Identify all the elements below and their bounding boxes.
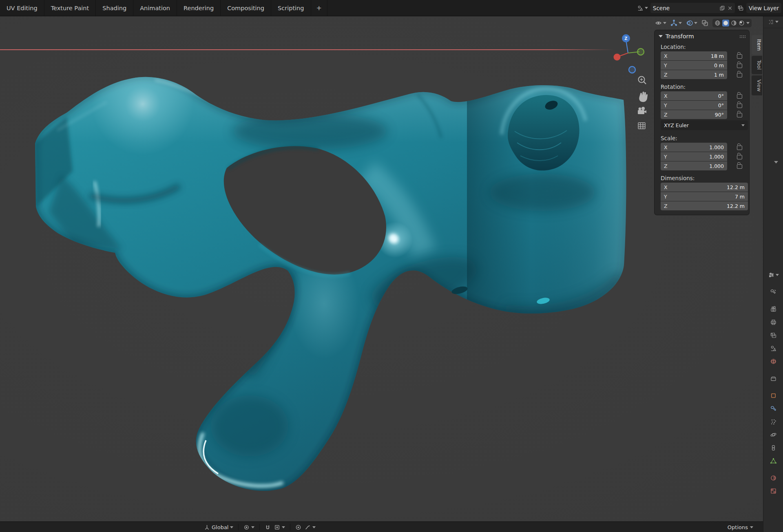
axis-value: 0° <box>718 93 724 99</box>
properties-editor-type-button[interactable] <box>767 269 781 280</box>
scale-z-field[interactable]: Z 1.000 <box>661 161 727 170</box>
properties-editor-icon <box>768 272 775 278</box>
chevron-down-icon <box>694 22 697 24</box>
sidebar-tab-item[interactable]: Item <box>752 35 762 55</box>
lock-rotation-z-icon[interactable] <box>737 113 742 117</box>
lock-location-x-icon[interactable] <box>737 54 742 59</box>
lock-rotation-x-icon[interactable] <box>737 94 742 99</box>
properties-tab-constraints[interactable] <box>767 442 781 453</box>
dimensions-z-field[interactable]: Z 12.2 m <box>661 201 748 210</box>
workspace-tab-uv-editing[interactable]: UV Editing <box>0 0 44 16</box>
add-workspace-button[interactable]: + <box>311 0 327 16</box>
shading-rendered-button[interactable] <box>739 20 745 26</box>
lock-rotation-y-icon[interactable] <box>737 104 742 108</box>
properties-tab-object[interactable] <box>767 390 781 401</box>
rotation-z-field[interactable]: Z 90° <box>661 110 727 119</box>
dimensions-y-field[interactable]: Y 7 m <box>661 192 748 201</box>
properties-tab-column <box>763 269 783 499</box>
rotation-y-field[interactable]: Y 0° <box>661 101 727 110</box>
wireframe-shading-icon <box>714 20 721 26</box>
snap-toggle[interactable] <box>265 524 271 530</box>
gizmo-y-axis-ball[interactable] <box>637 49 644 55</box>
properties-tab-material[interactable] <box>767 472 781 483</box>
properties-tab-output[interactable] <box>767 317 781 327</box>
gizmo-negative-z-ball[interactable] <box>629 66 635 73</box>
pan-hand-button[interactable] <box>639 92 648 102</box>
outliner-header[interactable] <box>763 16 783 28</box>
workspace-tab-shading[interactable]: Shading <box>96 0 133 16</box>
options-dropdown[interactable]: Options <box>728 524 753 530</box>
toggle-orthographic-button[interactable] <box>638 123 645 129</box>
axis-value: 7 m <box>735 194 745 200</box>
properties-tab-particles[interactable] <box>767 416 781 427</box>
lock-scale-y-icon[interactable] <box>737 155 742 159</box>
shading-wireframe-button[interactable] <box>714 20 721 26</box>
lock-location-y-icon[interactable] <box>737 64 742 68</box>
sidebar-tab-view[interactable]: View <box>752 75 762 96</box>
camera-view-button[interactable] <box>638 107 646 114</box>
location-x-field[interactable]: X 18 m <box>661 51 727 60</box>
scene-name-field[interactable]: Scene <box>650 3 735 13</box>
scale-x-field[interactable]: X 1.000 <box>661 143 727 152</box>
dimensions-y-row: Y 7 m <box>661 192 749 201</box>
lock-scale-z-icon[interactable] <box>737 164 742 169</box>
properties-tab-view-layer[interactable] <box>767 330 781 340</box>
scene-browse-button[interactable] <box>637 5 648 11</box>
panel-drag-grip[interactable] <box>739 35 746 38</box>
lock-location-z-icon[interactable] <box>737 73 742 77</box>
world-icon <box>770 358 777 365</box>
proportional-editing-icon <box>295 524 301 530</box>
properties-tab-collection[interactable] <box>767 373 781 384</box>
rotation-mode-select[interactable]: XYZ Euler <box>661 120 748 130</box>
chevron-down-icon <box>645 7 648 9</box>
object-visibility-dropdown[interactable] <box>655 20 666 26</box>
properties-tab-texture[interactable] <box>767 486 781 496</box>
orientation-axes-icon <box>204 524 210 530</box>
properties-tab-physics[interactable] <box>767 429 781 440</box>
model-object[interactable] <box>24 53 644 491</box>
rotation-x-field[interactable]: X 0° <box>661 91 727 100</box>
transform-panel: Transform Location: X 18 m Y 0 m Z 1 <box>654 30 750 215</box>
navigation-gizmo[interactable]: Z <box>608 22 649 75</box>
shading-dropdown-chevron[interactable] <box>746 22 750 24</box>
new-scene-icon[interactable] <box>719 5 725 11</box>
scale-y-field[interactable]: Y 1.000 <box>661 152 727 161</box>
proportional-editing-toggle[interactable] <box>295 524 301 530</box>
properties-tab-render[interactable] <box>767 304 781 314</box>
options-label: Options <box>728 524 748 530</box>
properties-tab-tool[interactable] <box>767 287 781 297</box>
pivot-point-dropdown[interactable] <box>243 524 254 530</box>
dimensions-x-field[interactable]: X 12.2 m <box>661 183 748 192</box>
workspace-tab-texture-paint[interactable]: Texture Paint <box>44 0 96 16</box>
transform-orientation-dropdown[interactable]: Global <box>204 524 233 530</box>
zoom-button[interactable] <box>639 77 646 84</box>
workspace-tab-animation[interactable]: Animation <box>133 0 177 16</box>
proportional-falloff-dropdown[interactable] <box>305 524 316 530</box>
properties-tab-scene[interactable] <box>767 343 781 353</box>
show-gizmos-toggle[interactable] <box>670 20 682 26</box>
lock-scale-x-icon[interactable] <box>737 146 742 150</box>
properties-tab-object-data[interactable] <box>767 455 781 466</box>
properties-tab-world[interactable] <box>767 356 781 366</box>
gizmo-x-axis-ball[interactable] <box>614 54 621 61</box>
workspace-tab-rendering[interactable]: Rendering <box>177 0 221 16</box>
shading-solid-button[interactable] <box>722 20 729 26</box>
workspace-tab-compositing[interactable]: Compositing <box>221 0 271 16</box>
view-layer-field[interactable]: View Layer <box>746 3 781 13</box>
unlink-scene-icon[interactable] <box>728 6 732 11</box>
location-z-field[interactable]: Z 1 m <box>661 70 727 79</box>
region-collapse-arrow[interactable] <box>774 161 778 163</box>
3d-viewport[interactable]: Z Transform Lo <box>0 16 763 521</box>
rotation-mode-value: XYZ Euler <box>664 122 689 128</box>
snap-target-dropdown[interactable] <box>274 524 285 530</box>
view-layer-browse-button[interactable] <box>737 5 744 11</box>
transform-panel-header[interactable]: Transform <box>655 30 749 42</box>
workspace-tab-scripting[interactable]: Scripting <box>271 0 311 16</box>
xray-toggle[interactable] <box>701 20 708 26</box>
show-overlays-toggle[interactable] <box>686 20 697 26</box>
shading-material-button[interactable] <box>731 20 737 26</box>
axis-label: Z <box>664 203 668 209</box>
sidebar-tab-tool[interactable]: Tool <box>752 56 762 74</box>
properties-tab-modifiers[interactable] <box>767 403 781 414</box>
location-y-field[interactable]: Y 0 m <box>661 61 727 70</box>
